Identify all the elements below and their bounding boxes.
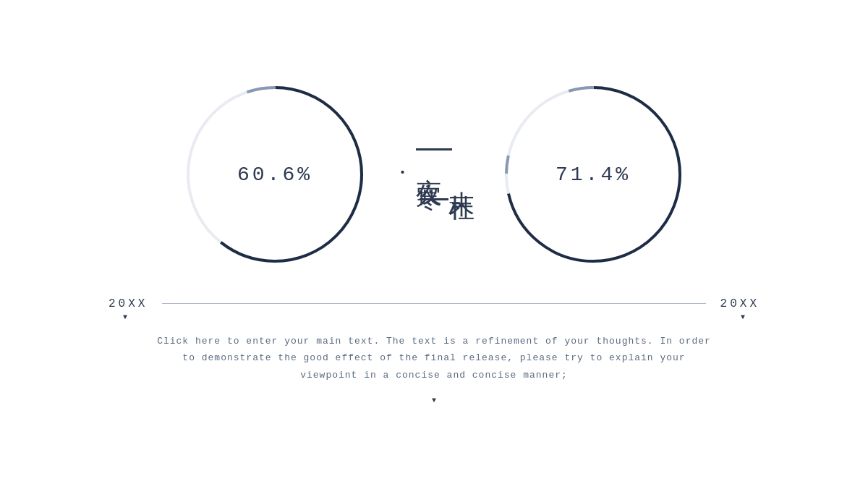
right-chart-container: 71.4% xyxy=(492,73,694,276)
year-divider-line xyxy=(162,303,705,304)
arrows-row: ▼ ▼ xyxy=(109,313,760,321)
right-donut-chart: 71.4% xyxy=(492,73,694,276)
main-layout: 60.6% 夜寒· 末杜 71.4% xyxy=(0,73,868,276)
left-arrow-down: ▼ xyxy=(123,313,127,321)
top-bar-decoration xyxy=(416,148,452,150)
description-text[interactable]: Click here to enter your main text. The … xyxy=(109,333,760,383)
left-chart-value: 60.6% xyxy=(237,163,312,185)
left-donut-chart: 60.6% xyxy=(174,73,376,276)
bottom-section: 20XX 20XX ▼ ▼ Click here to enter your m… xyxy=(109,297,760,404)
bottom-bar-decoration xyxy=(420,198,448,200)
year-row: 20XX 20XX xyxy=(109,297,760,310)
center-content: 夜寒· 末杜 xyxy=(376,148,492,200)
center-title: 夜寒· xyxy=(390,158,442,191)
right-chart-value: 71.4% xyxy=(556,163,631,185)
center-subtitle: 末杜 xyxy=(443,170,479,179)
year-right-label: 20XX xyxy=(720,297,760,310)
bottom-arrow-icon: ▼ xyxy=(432,396,436,404)
year-left-label: 20XX xyxy=(109,297,148,310)
left-chart-container: 60.6% xyxy=(174,73,376,276)
bottom-arrow-row: ▼ xyxy=(109,396,760,404)
right-arrow-down: ▼ xyxy=(741,313,745,321)
